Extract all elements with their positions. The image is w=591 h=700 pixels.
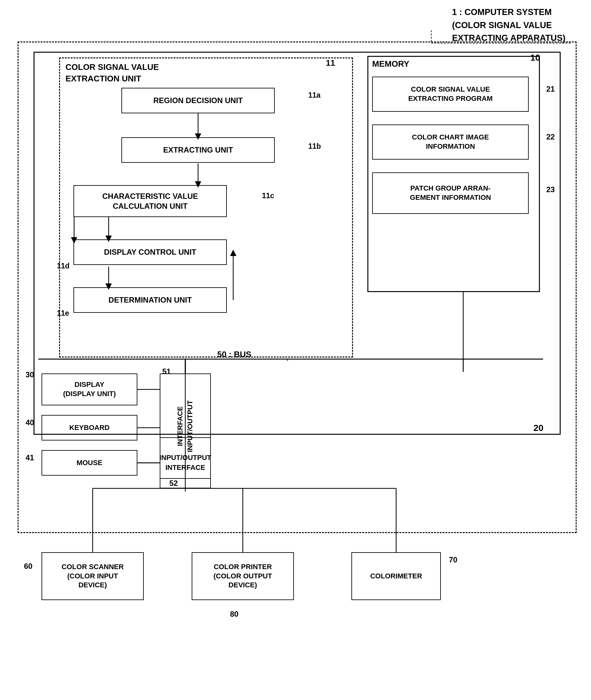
memory-label: MEMORY — [372, 59, 409, 69]
mouse-box: MOUSE — [42, 450, 137, 476]
char-value-box: CHARACTERISTIC VALUE CALCULATION UNIT — [73, 185, 227, 217]
label-20: 20 — [533, 423, 543, 433]
diagram-container: 1 : COMPUTER SYSTEM (COLOR SIGNAL VALUE … — [0, 0, 591, 700]
display-box: DISPLAY (DISPLAY UNIT) — [42, 374, 137, 405]
label-11a: 11a — [308, 91, 320, 99]
label-60: 60 — [24, 562, 32, 571]
system-label-line2: (COLOR SIGNAL VALUE — [452, 20, 552, 30]
label-30: 30 — [25, 370, 34, 379]
system-label-line1: 1 : COMPUTER SYSTEM — [452, 7, 552, 17]
label-51: 51 — [162, 367, 171, 376]
label-22: 22 — [546, 133, 555, 141]
label-80: 80 — [230, 610, 239, 619]
color-printer-box: COLOR PRINTER (COLOR OUTPUT DEVICE) — [192, 552, 294, 600]
keyboard-box: KEYBOARD — [42, 415, 137, 441]
mem-item-2: COLOR CHART IMAGE INFORMATION — [372, 125, 529, 160]
bus-label: 50 : BUS — [217, 349, 251, 360]
extracting-unit-box: EXTRACTING UNIT — [121, 137, 275, 163]
label-11d: 11d — [57, 262, 70, 270]
system-label: 1 : COMPUTER SYSTEM (COLOR SIGNAL VALUE … — [452, 6, 566, 45]
extraction-unit-label: COLOR SIGNAL VALUE EXTRACTION UNIT — [65, 61, 159, 85]
label-23: 23 — [546, 185, 555, 194]
label-52: 52 — [169, 479, 178, 488]
label-70: 70 — [449, 555, 457, 564]
label-11c: 11c — [262, 191, 274, 200]
colorimeter-box: COLORIMETER — [351, 552, 441, 600]
label-21: 21 — [546, 85, 555, 93]
io-interface-52-box: INPUT/OUTPUT INTERFACE — [160, 437, 211, 488]
region-decision-box: REGION DECISION UNIT — [121, 88, 275, 113]
determination-box: DETERMINATION UNIT — [73, 287, 227, 313]
label-41: 41 — [25, 453, 34, 462]
label-11e: 11e — [57, 309, 69, 318]
display-control-box: DISPLAY CONTROL UNIT — [73, 239, 227, 265]
mem-item-3: PATCH GROUP ARRAN- GEMENT INFORMATION — [372, 172, 529, 214]
mem-item-1: COLOR SIGNAL VALUE EXTRACTING PROGRAM — [372, 77, 529, 112]
label-11b: 11b — [308, 142, 321, 151]
color-scanner-box: COLOR SCANNER (COLOR INPUT DEVICE) — [42, 552, 144, 600]
label-11: 11 — [326, 58, 335, 68]
label-40: 40 — [25, 418, 34, 427]
